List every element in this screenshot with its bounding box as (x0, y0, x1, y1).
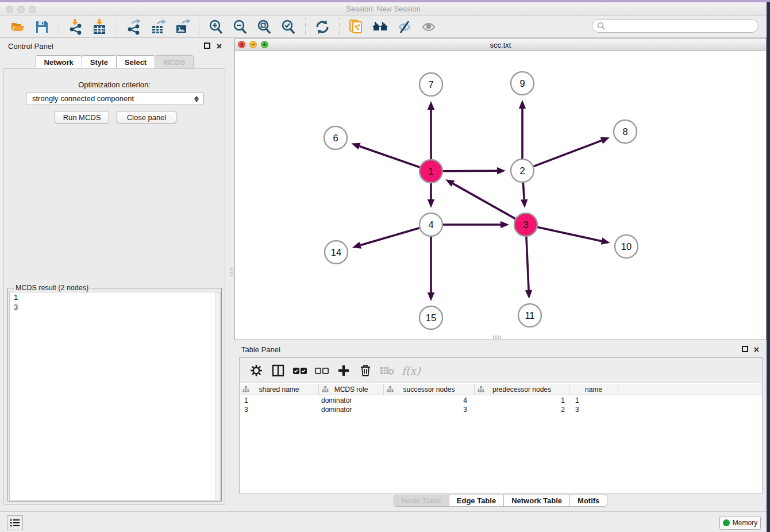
tab-motifs[interactable]: Motifs (570, 495, 607, 507)
save-floppy-icon (35, 20, 49, 34)
plus-icon (337, 364, 350, 377)
search-box[interactable] (592, 19, 759, 33)
app-title: Session: New Session (0, 5, 767, 13)
graph-node-label: 7 (428, 79, 433, 90)
tab-network-table[interactable]: Network Table (504, 495, 570, 507)
table-panel-title: Table Panel (241, 345, 280, 354)
table-cell[interactable]: 3 (240, 405, 319, 414)
column-settings-button[interactable] (248, 362, 265, 379)
column-header-shared-name[interactable]: shared name (240, 384, 319, 395)
home-button[interactable] (372, 18, 389, 36)
close-panel-icon[interactable]: × (217, 43, 222, 49)
tab-edge-table[interactable]: Edge Table (449, 495, 504, 507)
edge-arrowhead-icon (352, 242, 361, 249)
open-session-button[interactable] (9, 18, 26, 36)
mcds-result-group: MCDS result (2 nodes) 1 3 (7, 288, 222, 502)
delete-table-button[interactable] (379, 362, 396, 379)
graph-node-label: 4 (428, 219, 433, 230)
graph-edge-3-11[interactable] (526, 235, 529, 290)
unselect-all-button[interactable] (313, 362, 330, 379)
table-row[interactable]: 3dominator323 (240, 405, 762, 414)
vertical-splitter[interactable] (229, 38, 234, 508)
column-header-mcds-role[interactable]: MCDS role (319, 384, 384, 395)
eye-icon (421, 20, 437, 34)
import-table-button[interactable] (91, 18, 109, 36)
column-header-successor-nodes[interactable]: successor nodes (384, 384, 475, 395)
graph-edge-3-10[interactable] (536, 227, 602, 241)
table-cell[interactable]: 4 (384, 396, 475, 405)
network-window-grip[interactable] (493, 336, 501, 339)
graph-node-label: 2 (519, 165, 525, 176)
export-table-button[interactable] (149, 18, 167, 36)
graph-edge-2-3[interactable] (523, 181, 524, 199)
toolbar-separator (305, 18, 306, 36)
criterion-value: strongly connected component (32, 94, 134, 103)
memory-status-button[interactable]: Memory (719, 516, 761, 530)
delete-row-button[interactable] (357, 362, 374, 379)
edge-arrowhead-icon (600, 137, 610, 144)
table-cell[interactable]: 3 (569, 405, 618, 414)
panel-layout-button[interactable] (270, 362, 287, 379)
close-panel-button[interactable]: Close panel (117, 111, 176, 124)
table-cell-filler (618, 405, 762, 414)
edge-arrowhead-icon (525, 290, 532, 299)
table-cell[interactable]: dominator (319, 396, 384, 405)
export-image-button[interactable] (174, 18, 191, 36)
tab-select[interactable]: Select (116, 55, 155, 68)
checked-boxes-icon (292, 366, 307, 375)
columns-icon (272, 364, 284, 377)
splitter-grip[interactable] (230, 268, 233, 276)
clone-network-button[interactable] (348, 18, 365, 36)
criterion-dropdown[interactable]: strongly connected component (26, 92, 204, 105)
function-builder-button[interactable]: f(x) (402, 364, 421, 377)
task-history-button[interactable] (7, 515, 23, 530)
graph-edge-2-8[interactable] (532, 141, 602, 167)
column-header-name[interactable]: name (569, 384, 618, 395)
export-network-button[interactable] (125, 18, 143, 36)
table-cell[interactable]: 1 (240, 396, 319, 405)
table-cell[interactable]: 3 (384, 405, 475, 414)
show-hidden-button[interactable] (420, 18, 437, 36)
graph-node-label: 3 (523, 219, 528, 230)
result-scrollbar[interactable] (215, 292, 220, 500)
memory-ok-icon (723, 519, 730, 526)
zoom-out-button[interactable] (232, 18, 249, 36)
save-session-button[interactable] (33, 18, 51, 36)
hierarchy-icon (387, 386, 394, 392)
desktop-right-edge (767, 2, 770, 532)
mcds-result-box[interactable]: 1 3 (9, 292, 221, 500)
table-grid-icon (94, 26, 105, 33)
eye-slash-icon (396, 20, 413, 34)
column-header-predecessor-nodes[interactable]: predecessor nodes (475, 384, 569, 395)
tab-mcds[interactable]: MCDS (155, 55, 194, 68)
float-panel-icon[interactable] (204, 43, 210, 49)
close-table-panel-icon[interactable]: × (754, 346, 759, 353)
add-row-button[interactable] (335, 362, 352, 379)
graph-edge-1-6[interactable] (360, 147, 421, 168)
network-canvas[interactable]: 1234678910111415 (235, 51, 766, 340)
export-arrow-icon (157, 20, 166, 24)
apply-layout-button[interactable] (314, 18, 331, 36)
select-all-button[interactable] (291, 362, 309, 379)
table-cell[interactable]: 2 (475, 405, 569, 414)
table-cell[interactable]: 1 (569, 396, 618, 405)
import-network-button[interactable] (67, 18, 84, 36)
tab-node-table[interactable]: Node Table (394, 495, 449, 507)
graph-edge-3-1[interactable] (453, 184, 517, 220)
tab-network[interactable]: Network (36, 55, 82, 68)
hide-selected-button[interactable] (396, 18, 413, 36)
zoom-selected-button[interactable] (280, 18, 297, 36)
run-mcds-button[interactable]: Run MCDS (55, 111, 109, 124)
tab-style[interactable]: Style (82, 55, 117, 68)
table-row[interactable]: 1dominator411 (240, 396, 762, 405)
graph-edge-4-14[interactable] (360, 228, 421, 245)
network-window-titlebar[interactable]: x – + scc.txt (235, 38, 766, 51)
zoom-in-button[interactable] (207, 18, 225, 36)
float-table-panel-icon[interactable] (742, 346, 748, 352)
table-cell[interactable]: dominator (319, 405, 384, 414)
graph-edge-1-2[interactable] (441, 171, 497, 171)
zoom-fit-button[interactable] (256, 18, 273, 36)
search-input[interactable] (605, 20, 758, 32)
status-bar: Memory (0, 511, 767, 532)
table-cell[interactable]: 1 (475, 396, 569, 405)
